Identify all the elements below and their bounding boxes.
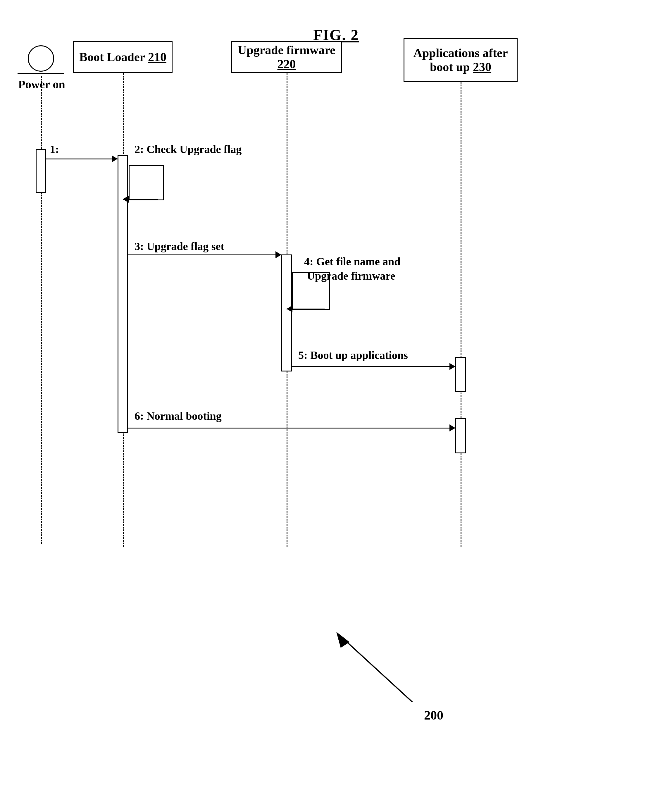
- arrow-5-arrowhead: [450, 363, 455, 370]
- applications-activation-5: [455, 357, 466, 392]
- boot-loader-number: 210: [148, 50, 166, 64]
- arrow-1-arrowhead: [112, 155, 118, 162]
- power-on-activation: [36, 149, 46, 193]
- power-on-actor-base: [18, 73, 64, 74]
- svg-marker-1: [336, 632, 349, 648]
- diagram-container: FIG. 2 Power on Boot Loader 210 Upgrade …: [0, 0, 672, 702]
- boot-loader-box: Boot Loader 210: [73, 41, 173, 73]
- arrow-1-line: [46, 159, 118, 159]
- self-loop-return-arrowhead: [123, 196, 129, 203]
- upgrade-self-loop-return-arrowhead: [286, 305, 293, 313]
- arrow-5-label: 5: Boot up applications: [298, 349, 408, 362]
- arrow-6-label: 6: Normal booting: [134, 409, 222, 422]
- boot-loader-label: Boot Loader 210: [79, 50, 166, 64]
- applications-lifeline: [461, 82, 461, 547]
- svg-line-0: [342, 638, 412, 702]
- applications-activation-6: [455, 418, 466, 454]
- arrow-6-arrowhead: [450, 425, 455, 431]
- arrow-2-label: 2: Check Upgrade flag: [134, 143, 242, 155]
- applications-box: Applications afterboot up 230: [403, 38, 518, 82]
- diagram-ref-label: 200: [424, 708, 443, 723]
- upgrade-firmware-number: 220: [277, 57, 296, 71]
- arrow-3-label: 3: Upgrade flag set: [134, 240, 224, 253]
- arrow-1-label: 1:: [50, 143, 59, 155]
- applications-number: 230: [473, 60, 491, 74]
- arrow-5-line: [292, 366, 455, 367]
- upgrade-firmware-label: Upgrade firmware 220: [232, 43, 341, 71]
- boot-loader-self-loop-box: [129, 165, 164, 200]
- arrow-4-label: 4: Get file name and Upgrade firmware: [304, 255, 400, 284]
- applications-label: Applications afterboot up 230: [413, 46, 508, 74]
- power-on-actor-circle: [28, 45, 54, 72]
- upgrade-firmware-box: Upgrade firmware 220: [231, 41, 342, 73]
- figure-title: FIG. 2: [0, 9, 672, 43]
- power-on-lifeline: [41, 76, 42, 544]
- arrow-3-arrowhead: [275, 251, 281, 258]
- upgrade-firmware-activation: [281, 255, 292, 372]
- arrow-6-line: [128, 428, 455, 428]
- arrow-3-line: [128, 255, 281, 255]
